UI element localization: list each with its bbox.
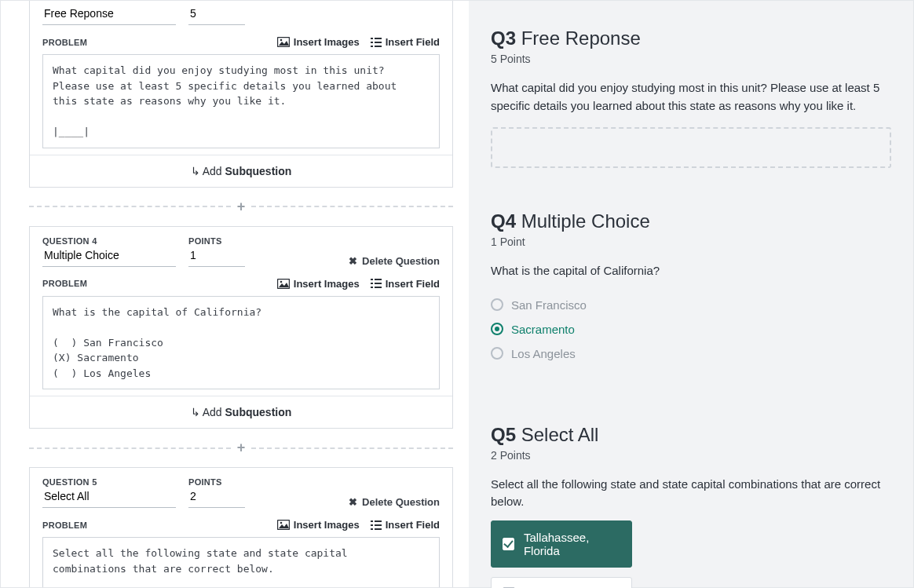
- insert-images-button[interactable]: Insert Images: [277, 519, 360, 531]
- svg-rect-19: [375, 520, 382, 522]
- close-icon: ✖: [349, 496, 357, 508]
- image-icon: [277, 37, 290, 47]
- svg-rect-12: [371, 283, 373, 284]
- problem-textarea[interactable]: What capital did you enjoy studying most…: [42, 54, 440, 148]
- svg-rect-5: [375, 42, 382, 43]
- insert-images-button[interactable]: Insert Images: [277, 36, 360, 48]
- preview-points: 1 Point: [491, 236, 891, 248]
- question-card-5: QUESTION 5 POINTS ✖ Delete Question PROB…: [29, 467, 453, 587]
- preview-question-5: Q5 Select All 2 Points Select all the fo…: [491, 424, 891, 589]
- insert-images-label: Insert Images: [294, 36, 360, 48]
- preview-question-3: Q3 Free Reponse 5 Points What capital di…: [491, 27, 891, 168]
- insert-images-label: Insert Images: [294, 519, 360, 531]
- problem-label: PROBLEM: [42, 38, 87, 47]
- radio-icon: [491, 323, 503, 335]
- preview-text: Select all the following state and state…: [491, 476, 891, 511]
- delete-question-button[interactable]: ✖ Delete Question: [349, 496, 440, 508]
- svg-rect-15: [375, 287, 382, 288]
- svg-point-17: [280, 522, 283, 524]
- svg-rect-7: [375, 46, 382, 47]
- preview-qtitle: Free Reponse: [521, 27, 641, 49]
- svg-point-9: [280, 280, 283, 283]
- preview-question-4: Q4 Multiple Choice 1 Point What is the c…: [491, 210, 891, 366]
- checkbox-option-selected[interactable]: Tallahassee, Florida: [491, 520, 632, 568]
- preview-qtitle: Multiple Choice: [521, 210, 650, 232]
- insert-field-button[interactable]: Insert Field: [371, 278, 440, 290]
- svg-rect-14: [371, 287, 373, 288]
- svg-point-1: [280, 39, 283, 42]
- question-points-input[interactable]: [188, 246, 245, 267]
- free-response-field[interactable]: [491, 127, 891, 168]
- svg-rect-10: [371, 279, 373, 280]
- preview-qtitle: Select All: [521, 424, 599, 445]
- problem-label: PROBLEM: [42, 520, 87, 530]
- preview-column: Q3 Free Reponse 5 Points What capital di…: [469, 1, 913, 587]
- radio-option-selected[interactable]: Sacramento: [491, 317, 891, 341]
- points-label: POINTS: [188, 477, 245, 487]
- subarrow-icon: ↳: [191, 406, 200, 418]
- svg-rect-23: [375, 528, 382, 530]
- question-separator: +: [29, 440, 453, 456]
- question-points-input[interactable]: [188, 4, 245, 25]
- delete-question-button[interactable]: ✖ Delete Question: [349, 255, 440, 267]
- question-title-input[interactable]: [42, 246, 176, 267]
- list-icon: [371, 279, 382, 288]
- problem-textarea[interactable]: Select all the following state and state…: [42, 537, 440, 587]
- close-icon: ✖: [349, 255, 357, 267]
- insert-images-label: Insert Images: [294, 278, 360, 290]
- preview-qnum: Q3: [491, 27, 516, 49]
- subarrow-icon: ↳: [191, 165, 200, 177]
- question-card-3: PROBLEM Insert Images Insert: [29, 1, 453, 188]
- question-points-input[interactable]: [188, 487, 245, 508]
- add-subquestion-button[interactable]: ↳Add Subquestion: [30, 155, 452, 187]
- preview-points: 5 Points: [491, 53, 891, 65]
- list-icon: [371, 520, 382, 530]
- question-number-label: QUESTION 4: [42, 236, 176, 246]
- insert-field-button[interactable]: Insert Field: [371, 36, 440, 48]
- svg-rect-4: [371, 42, 373, 43]
- add-question-button[interactable]: +: [231, 440, 252, 456]
- svg-rect-2: [371, 38, 373, 39]
- svg-rect-18: [371, 520, 373, 522]
- svg-rect-20: [371, 524, 373, 526]
- app-frame: PROBLEM Insert Images Insert: [0, 0, 914, 588]
- question-separator: +: [29, 199, 453, 215]
- list-icon: [371, 38, 382, 47]
- preview-text: What capital did you enjoy studying most…: [491, 79, 891, 115]
- insert-images-button[interactable]: Insert Images: [277, 278, 360, 290]
- insert-field-label: Insert Field: [386, 278, 440, 290]
- checkbox-option[interactable]: Boulder, Colorado: [491, 577, 632, 589]
- question-title-input[interactable]: [42, 4, 176, 25]
- radio-option[interactable]: Los Angeles: [491, 341, 891, 366]
- radio-icon: [491, 347, 503, 360]
- svg-rect-21: [375, 524, 382, 526]
- image-icon: [277, 520, 290, 530]
- problem-label: PROBLEM: [42, 279, 87, 288]
- preview-qnum: Q4: [491, 210, 516, 232]
- preview-points: 2 Points: [491, 449, 891, 462]
- svg-rect-13: [375, 283, 382, 284]
- insert-field-label: Insert Field: [386, 519, 440, 531]
- radio-icon: [491, 298, 503, 311]
- editor-column: PROBLEM Insert Images Insert: [1, 1, 469, 587]
- insert-field-label: Insert Field: [386, 36, 440, 48]
- svg-rect-6: [371, 46, 373, 47]
- checkbox-icon: [503, 538, 514, 550]
- svg-rect-22: [371, 528, 373, 530]
- svg-rect-11: [375, 279, 382, 280]
- radio-option[interactable]: San Francisco: [491, 293, 891, 317]
- points-label: POINTS: [188, 236, 245, 246]
- problem-textarea[interactable]: What is the capital of California? ( ) S…: [42, 296, 440, 390]
- svg-rect-3: [375, 38, 382, 39]
- add-question-button[interactable]: +: [231, 199, 252, 215]
- question-title-input[interactable]: [42, 487, 176, 508]
- add-subquestion-button[interactable]: ↳Add Subquestion: [30, 396, 452, 428]
- insert-field-button[interactable]: Insert Field: [371, 519, 440, 531]
- image-icon: [277, 279, 290, 289]
- preview-qnum: Q5: [491, 424, 516, 445]
- question-card-4: QUESTION 4 POINTS ✖ Delete Question PROB…: [29, 226, 453, 429]
- preview-text: What is the capital of California?: [491, 262, 891, 280]
- question-number-label: QUESTION 5: [42, 477, 176, 487]
